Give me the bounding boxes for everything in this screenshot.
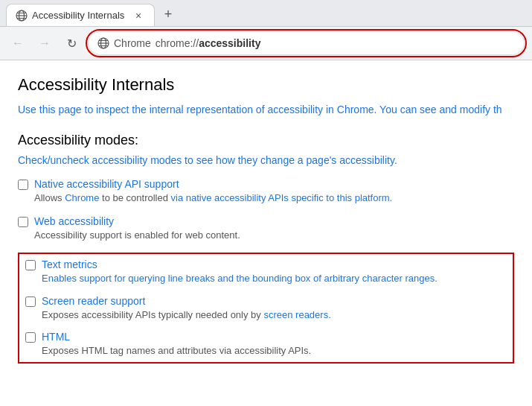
checkbox-html[interactable]	[25, 332, 36, 343]
option-native-desc-highlight1: Chrome	[65, 192, 99, 203]
forward-button[interactable]: →	[34, 33, 55, 54]
url-main: accessibility	[199, 37, 260, 49]
option-web-label: Web accessibility	[34, 215, 240, 227]
option-text-desc-text: Enables support for querying line breaks…	[42, 273, 438, 284]
checkbox-text[interactable]	[25, 260, 36, 270]
tab-bar: Accessibility Internals × +	[0, 0, 532, 27]
option-text-content: Text metrics Enables support for queryin…	[42, 258, 438, 285]
url-prefix: chrome://	[156, 37, 199, 49]
new-tab-button[interactable]: +	[158, 4, 179, 25]
option-screenreader: Screen reader support Exposes accessibil…	[25, 295, 507, 322]
checkbox-text-wrapper[interactable]	[25, 260, 36, 273]
option-web-desc: Accessibility support is enabled for web…	[34, 229, 240, 242]
option-text-desc: Enables support for querying line breaks…	[42, 272, 438, 285]
checkbox-screenreader[interactable]	[25, 296, 36, 307]
red-outline-group: Text metrics Enables support for queryin…	[18, 253, 514, 364]
option-web-content: Web accessibility Accessibility support …	[34, 215, 240, 242]
tab-close-btn[interactable]: ×	[132, 9, 145, 22]
checkbox-native[interactable]	[18, 180, 28, 190]
refresh-button[interactable]: ↻	[61, 33, 82, 54]
active-tab[interactable]: Accessibility Internals ×	[6, 4, 155, 26]
checkbox-web[interactable]	[18, 217, 28, 227]
option-web: Web accessibility Accessibility support …	[18, 215, 514, 242]
option-screenreader-label: Screen reader support	[42, 295, 331, 307]
back-button[interactable]: ←	[7, 33, 28, 54]
option-screenreader-desc: Exposes accessibility APIs typically nee…	[42, 308, 331, 322]
option-native-label: Native accessibility API support	[34, 178, 392, 190]
option-screenreader-desc-highlight: screen readers.	[263, 309, 330, 320]
page-title: Accessibility Internals	[18, 75, 514, 95]
option-text: Text metrics Enables support for queryin…	[25, 258, 507, 285]
option-html-label: HTML	[42, 331, 311, 343]
page-content: Accessibility Internals Use this page to…	[0, 60, 532, 406]
checkbox-html-wrapper[interactable]	[25, 332, 36, 346]
page-description: Use this page to inspect the internal re…	[18, 102, 514, 118]
option-screenreader-content: Screen reader support Exposes accessibil…	[42, 295, 331, 322]
option-html-content: HTML Exposes HTML tag names and attribut…	[42, 331, 311, 358]
option-native: Native accessibility API support Allows …	[18, 178, 514, 205]
option-text-label: Text metrics	[42, 258, 438, 270]
site-icon	[97, 37, 109, 49]
chrome-label: Chrome	[114, 37, 151, 49]
checkbox-web-wrapper[interactable]	[18, 217, 28, 230]
modes-subtitle: Check/uncheck accessibility modes to see…	[18, 154, 514, 166]
tab-title: Accessibility Internals	[32, 10, 124, 21]
option-native-desc: Allows Chrome to be controlled via nativ…	[34, 191, 392, 205]
address-bar[interactable]: Chrome chrome://accessibility	[88, 31, 525, 55]
browser-chrome: Accessibility Internals × + ← → ↻ Chrome…	[0, 0, 532, 60]
option-native-content: Native accessibility API support Allows …	[34, 178, 392, 205]
checkbox-native-wrapper[interactable]	[18, 180, 28, 193]
checkbox-screenreader-wrapper[interactable]	[25, 296, 36, 310]
modes-section-title: Accessibility modes:	[18, 133, 514, 148]
address-bar-row: ← → ↻ Chrome chrome://accessibility	[0, 27, 532, 60]
option-html: HTML Exposes HTML tag names and attribut…	[25, 331, 507, 358]
tab-favicon	[16, 10, 28, 22]
option-native-desc-highlight2: via native accessibility APIs specific t…	[171, 192, 393, 203]
option-html-desc: Exposes HTML tag names and attributes vi…	[42, 344, 311, 358]
address-url: chrome://accessibility	[156, 37, 261, 49]
